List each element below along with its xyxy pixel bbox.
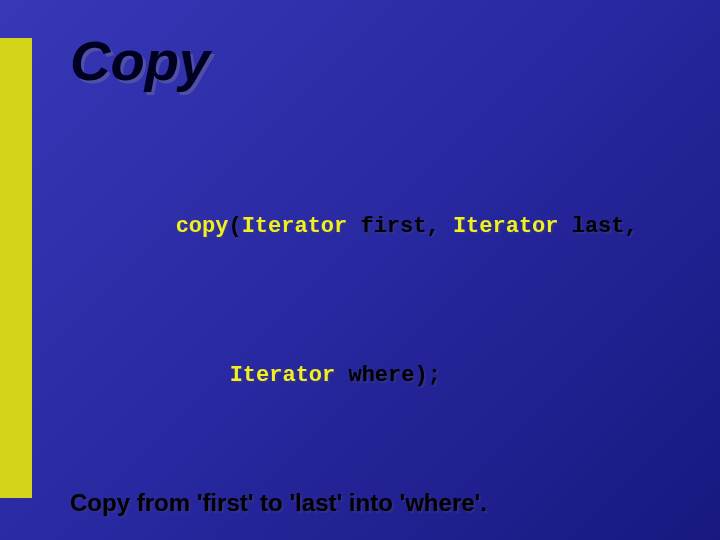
function-signature: copy(Iterator first, Iterator last, Iter… <box>70 123 680 479</box>
slide: Copy copy(Iterator first, Iterator last,… <box>0 0 720 540</box>
type-iterator: Iterator <box>230 363 336 388</box>
type-iterator: Iterator <box>453 214 559 239</box>
sig-paren: ( <box>228 214 241 239</box>
fn-name: copy <box>176 214 229 239</box>
accent-bar <box>0 38 32 498</box>
slide-content: copy(Iterator first, Iterator last, Iter… <box>70 123 680 540</box>
sig-text: first, <box>347 214 453 239</box>
slide-title: Copy <box>70 28 680 93</box>
sig-line-2: Iterator where); <box>70 331 680 420</box>
sig-text: last, <box>559 214 638 239</box>
type-iterator: Iterator <box>242 214 348 239</box>
function-description: Copy from 'first' to 'last' into 'where'… <box>70 487 680 519</box>
sig-line-1: copy(Iterator first, Iterator last, <box>70 182 680 271</box>
sig-text: where); <box>335 363 441 388</box>
